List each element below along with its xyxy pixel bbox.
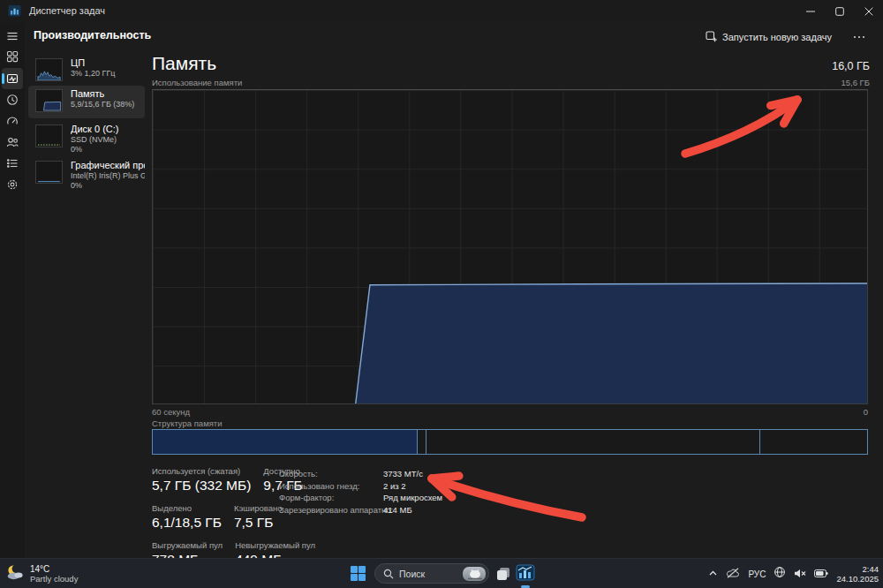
stat-label: Невыгружаемый пул — [235, 540, 315, 550]
network-globe-icon[interactable] — [774, 566, 786, 582]
volume-muted-icon[interactable] — [794, 566, 806, 582]
taskbar-task-manager-icon[interactable] — [515, 562, 536, 584]
titlebar: Диспетчер задач — [0, 0, 883, 22]
disk-mini-graph — [35, 124, 63, 147]
stat-label: Используется (сжатая) — [152, 466, 251, 476]
search-box[interactable]: Поиск — [374, 563, 489, 584]
taskbar: 14°C Partly cloudy Поиск РУС — [0, 558, 883, 588]
perf-item-cpu[interactable]: ЦП3% 1,20 ГГц — [28, 55, 145, 85]
perf-item-title: Диск 0 (C:) — [71, 124, 145, 135]
perf-item-text: ЦП3% 1,20 ГГц — [71, 57, 145, 79]
navigation-rail — [0, 22, 25, 558]
perf-item-subtitle: 0% — [71, 181, 145, 191]
window-title: Диспетчер задач — [29, 0, 105, 22]
detail-label: Скорость: — [279, 469, 383, 479]
maximize-button[interactable] — [825, 0, 854, 22]
start-button[interactable] — [350, 565, 366, 582]
gpu-mini-graph — [35, 161, 63, 184]
search-placeholder: Поиск — [399, 569, 425, 579]
detail-value: 414 МБ — [383, 505, 442, 515]
run-new-task-button[interactable]: Запустить новую задачу — [698, 27, 839, 47]
stat-value: 6,1/18,5 ГБ — [152, 515, 222, 531]
sidebar-item-app-history[interactable] — [2, 89, 23, 110]
stat-cell: Используется (сжатая)5,7 ГБ (332 МБ) — [152, 466, 251, 494]
tray-chevron-up-icon[interactable] — [708, 566, 718, 582]
detail-label: Использовано гнезд: — [279, 481, 383, 491]
perf-item-subtitle: SSD (NVMe) — [71, 135, 145, 145]
composition-segment-standby[interactable] — [426, 430, 760, 454]
taskbar-clock[interactable]: 2:44 24.10.2025 — [836, 564, 879, 584]
ellipsis-icon — [854, 36, 857, 39]
annotation-arrow-2 — [432, 479, 582, 517]
stat-value: 5,7 ГБ (332 МБ) — [152, 478, 251, 494]
battery-icon[interactable] — [814, 566, 828, 582]
detail-label: Зарезервировано аппаратно: — [279, 505, 383, 515]
memory-composition-bar[interactable] — [152, 429, 868, 455]
x-axis-right-label: 0 — [864, 407, 868, 417]
composition-segment-in-use[interactable] — [153, 430, 418, 454]
weather-condition: Partly cloudy — [30, 574, 78, 584]
perf-item-subtitle: Intel(R) Iris(R) Plus Grapl — [71, 171, 145, 181]
sidebar-item-processes[interactable] — [2, 46, 23, 67]
graph-max-label: 15,6 ГБ — [841, 78, 870, 87]
more-options-button[interactable] — [848, 27, 871, 47]
language-indicator[interactable]: РУС — [748, 569, 766, 579]
perf-item-subtitle: 0% — [71, 145, 145, 155]
perf-item-text: Память5,9/15,6 ГБ (38%) — [71, 88, 145, 109]
stat-value: 7,5 ГБ — [234, 515, 283, 531]
memory-usage-area — [356, 283, 867, 403]
detail-label: Форм-фактор: — [279, 493, 383, 502]
sidebar-item-startup-apps[interactable] — [2, 110, 23, 132]
memory-usage-graph[interactable] — [152, 89, 868, 404]
perf-item-subtitle: 5,9/15,6 ГБ (38%) — [71, 100, 145, 109]
composition-segment-modified[interactable] — [418, 430, 426, 454]
cpu-mini-graph — [35, 58, 63, 81]
clock-date: 24.10.2025 — [836, 574, 879, 584]
memory-details: Скорость:3733 МТ/сИспользовано гнезд:2 и… — [279, 469, 442, 515]
sidebar-item-users[interactable] — [2, 132, 23, 153]
running-app-indicator — [521, 585, 530, 588]
perf-item-title: Графический прс — [71, 160, 145, 171]
composition-segment-free[interactable] — [760, 430, 867, 454]
weather-icon — [5, 563, 26, 585]
memory-capacity: 16,0 ГБ — [832, 60, 870, 72]
clock-time: 2:44 — [836, 564, 879, 574]
search-icon — [383, 569, 394, 579]
sidebar-item-services[interactable] — [2, 174, 23, 195]
hamburger-menu-button[interactable] — [2, 26, 23, 47]
perf-item-title: ЦП — [71, 57, 145, 69]
perf-item-memory[interactable]: Память5,9/15,6 ГБ (38%) — [28, 86, 145, 118]
perf-item-subtitle: 3% 1,20 ГГц — [71, 69, 145, 79]
memory-composition-label: Структура памяти — [152, 418, 222, 428]
detail-value: 2 из 2 — [383, 481, 442, 491]
stat-label: Выгружаемый пул — [152, 540, 223, 550]
stat-label: Выделено — [152, 503, 222, 513]
memory-mini-graph — [35, 89, 63, 112]
memory-usage-graph-label: Использование памяти — [152, 78, 242, 87]
detail-value: 3733 МТ/с — [383, 469, 442, 479]
weather-temp: 14°C — [30, 564, 78, 574]
stat-label: Кэшировано — [234, 503, 283, 513]
task-manager-app-icon — [8, 4, 21, 18]
sidebar-item-performance[interactable] — [2, 68, 23, 89]
perf-item-text: Графический прсIntel(R) Iris(R) Plus Gra… — [71, 160, 145, 190]
perf-item-title: Память — [71, 88, 145, 100]
run-new-task-label: Запустить новую задачу — [722, 32, 832, 42]
minimize-button[interactable] — [796, 0, 825, 22]
memory-title: Память — [152, 53, 216, 74]
stat-cell: Кэшировано7,5 ГБ — [234, 503, 283, 531]
page-title: Производительность — [34, 29, 151, 41]
selected-indicator — [2, 73, 4, 84]
perf-item-text: Диск 0 (C:)SSD (NVMe)0% — [71, 124, 145, 154]
search-highlight-image — [463, 567, 486, 581]
perf-item-disk[interactable]: Диск 0 (C:)SSD (NVMe)0% — [28, 121, 145, 156]
detail-value: Ряд микросхем — [383, 493, 442, 502]
run-new-task-icon — [706, 31, 717, 44]
tray-cloud-offline-icon[interactable] — [726, 566, 740, 582]
task-view-icon[interactable] — [494, 565, 512, 583]
close-button[interactable] — [854, 0, 883, 22]
perf-item-gpu[interactable]: Графический прсIntel(R) Iris(R) Plus Gra… — [28, 157, 145, 192]
weather-widget[interactable]: 14°C Partly cloudy — [5, 561, 78, 587]
stat-cell: Выделено6,1/18,5 ГБ — [152, 503, 222, 531]
sidebar-item-details[interactable] — [2, 153, 23, 174]
